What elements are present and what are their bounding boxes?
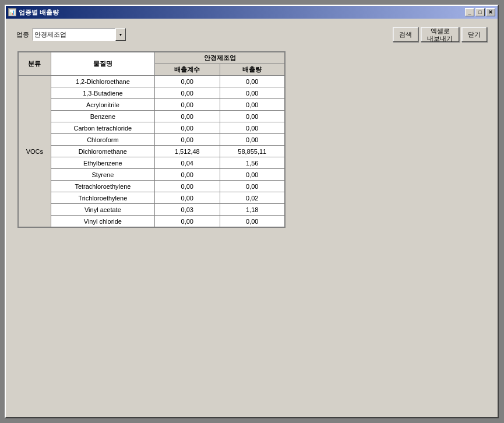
industry-merged-header: 안경제조업 [155,52,285,64]
emission-value: 0,02 [220,192,285,204]
search-button[interactable]: 검색 [393,27,418,42]
col-emission-header: 배출량 [220,64,285,76]
close-button[interactable]: 닫기 [461,27,487,42]
table-row: Benzene0,000,00 [19,111,285,122]
substance-name: Dichloromethane [51,146,154,157]
industry-select[interactable]: 안경제조업 [33,28,126,41]
emission-value: 58,855,11 [220,146,285,157]
emission-coef: 0,03 [155,204,220,216]
window-icon: 📊 [8,8,16,16]
table-row: 1,3-Butadiene0,000,00 [19,87,285,99]
table-row: Tetrachloroethylene0,000,00 [19,181,285,192]
emission-coef: 0,00 [155,99,220,111]
emission-coef: 0,00 [155,87,220,99]
emission-coef: 0,00 [155,76,220,87]
header-row-1: 분류 물질명 안경제조업 [19,52,285,64]
col-coef-header: 배출계수 [155,64,220,76]
emission-coef: 0,00 [155,111,220,122]
emission-value: 0,00 [220,216,285,227]
substance-name: Styrene [51,169,154,181]
table-row: Chloroform0,000,00 [19,134,285,146]
emission-coef: 0,00 [155,134,220,146]
emission-value: 0,00 [220,76,285,87]
emission-coef: 0,00 [155,169,220,181]
substance-name: Trichloroethylene [51,192,154,204]
emission-value: 0,00 [220,122,285,134]
col-name-header: 물질명 [51,52,154,76]
table-body: VOCs1,2-Dichloroethane0,000,001,3-Butadi… [19,76,285,227]
table-row: Dichloromethane1,512,4858,855,11 [19,146,285,157]
emission-value: 0,00 [220,181,285,192]
window-content: 업종 안경제조업 ▼ 검색 엑셀로내보내기 닫기 [6,19,498,235]
data-table: 분류 물질명 안경제조업 배출계수 배출량 VOCs1,2-Dichloroet… [18,52,285,227]
emission-value: 0,00 [220,169,285,181]
col-category-header: 분류 [19,52,51,76]
emission-value: 1,56 [220,157,285,169]
toolbar: 업종 안경제조업 ▼ 검색 엑셀로내보내기 닫기 [12,24,492,44]
minimize-button[interactable]: _ [465,8,474,16]
title-bar-left: 📊 업종별 배출량 [8,8,59,17]
substance-name: 1,3-Butadiene [51,87,154,99]
toolbar-right: 검색 엑셀로내보내기 닫기 [393,27,487,42]
substance-name: Vinyl chloride [51,216,154,227]
emission-value: 0,00 [220,99,285,111]
substance-name: Tetrachloroethylene [51,181,154,192]
emission-value: 0,00 [220,111,285,122]
table-row: Vinyl acetate0,031,18 [19,204,285,216]
table-row: Trichloroethylene0,000,02 [19,192,285,204]
table-row: Acrylonitrile0,000,00 [19,99,285,111]
emission-coef: 1,512,48 [155,146,220,157]
substance-name: Vinyl acetate [51,204,154,216]
table-row: Styrene0,000,00 [19,169,285,181]
industry-dropdown-wrapper: 안경제조업 ▼ [33,28,126,41]
substance-name: Carbon tetrachloride [51,122,154,134]
emission-coef: 0,00 [155,192,220,204]
emission-value: 0,00 [220,87,285,99]
maximize-button[interactable]: □ [475,8,485,16]
emission-value: 1,18 [220,204,285,216]
main-window: 📊 업종별 배출량 _ □ ✕ 업종 안경제조업 ▼ 검색 엑셀로 [5,5,499,418]
emission-coef: 0,00 [155,216,220,227]
substance-name: 1,2-Dichloroethane [51,76,154,87]
emission-coef: 0,04 [155,157,220,169]
substance-name: Acrylonitrile [51,99,154,111]
table-container: 분류 물질명 안경제조업 배출계수 배출량 VOCs1,2-Dichloroet… [17,51,286,228]
title-buttons: _ □ ✕ [465,8,495,16]
main-content: 분류 물질명 안경제조업 배출계수 배출량 VOCs1,2-Dichloroet… [12,51,492,229]
table-row: Vinyl chloride0,000,00 [19,216,285,227]
table-row: Carbon tetrachloride0,000,00 [19,122,285,134]
substance-name: Benzene [51,111,154,122]
emission-value: 0,00 [220,134,285,146]
table-row: Ethylbenzene0,041,56 [19,157,285,169]
substance-name: Chloroform [51,134,154,146]
industry-label: 업종 [16,30,29,39]
emission-coef: 0,00 [155,122,220,134]
emission-coef: 0,00 [155,181,220,192]
window-title: 업종별 배출량 [19,8,59,17]
export-button[interactable]: 엑셀로내보내기 [421,27,459,42]
vocs-category-cell: VOCs [19,76,51,227]
toolbar-left: 업종 안경제조업 ▼ [16,28,126,41]
substance-name: Ethylbenzene [51,157,154,169]
close-title-button[interactable]: ✕ [486,8,495,16]
title-bar: 📊 업종별 배출량 _ □ ✕ [6,6,498,19]
table-row: VOCs1,2-Dichloroethane0,000,00 [19,76,285,87]
